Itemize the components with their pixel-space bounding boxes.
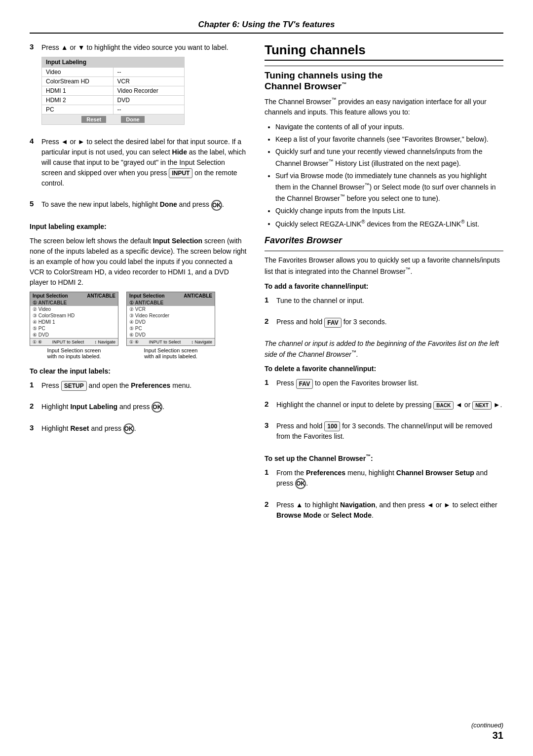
step-4-number: 4 [30, 137, 38, 192]
screen-2-row-4: ④ DVD [127, 319, 215, 325]
step-3-content: Press ▲ or ▼ to highlight the video sour… [41, 42, 247, 130]
back-kbd: BACK [433, 401, 454, 410]
two-column-layout: 3 Press ▲ or ▼ to highlight the video so… [30, 42, 503, 531]
ok-circle-3: OK [123, 423, 134, 434]
clear-step-1-number: 1 [30, 380, 38, 395]
bullet-2: Keep a list of your favorite channels (s… [275, 134, 503, 145]
channel-browser-bullets: Navigate the contents of all of your inp… [265, 121, 503, 229]
step-3-text: Press ▲ or ▼ to highlight the video sour… [41, 42, 247, 53]
delete-fav-step-2-block: 2 Highlight the channel or input to dele… [265, 400, 503, 414]
bullet-6: Quickly select REGZA-LINK® devices from … [275, 218, 503, 229]
add-fav-section: To add a favorite channel/input: 1 Tune … [265, 281, 503, 360]
step-4-content: Press ◄ or ► to select the desired label… [41, 137, 247, 192]
add-fav-title: To add a favorite channel/input: [265, 281, 503, 292]
channel-browser-setup-title: To set up the Channel Browser™: [265, 453, 503, 464]
delete-fav-step-2-text: Highlight the channel or input to delete… [276, 400, 503, 410]
add-fav-italic: The channel or input is added to the beg… [265, 339, 503, 360]
step-3-block: 3 Press ▲ or ▼ to highlight the video so… [30, 42, 247, 130]
next-kbd: NEXT [472, 401, 492, 410]
setup-step-2-block: 2 Press ▲ to highlight Navigation, and t… [265, 500, 503, 525]
input-table-row-4: HDMI 2 DVD [42, 95, 184, 105]
section-line [265, 66, 503, 66]
input-table-row-1: Video -- [42, 67, 184, 76]
step-3-number: 3 [30, 42, 38, 130]
page: Chapter 6: Using the TV's features 3 Pre… [0, 0, 533, 756]
input-table-row-2: ColorStream HD VCR [42, 76, 184, 86]
add-fav-step-2-number: 2 [265, 317, 273, 331]
delete-fav-step-3-content: Press and hold 100 for 3 seconds. The ch… [276, 421, 503, 446]
input-table-footer: Reset Done [42, 114, 184, 124]
step-5-number: 5 [30, 199, 38, 214]
screen-1-row-5: ⑤ PC [30, 325, 118, 332]
fav-kbd-add: FAV [324, 318, 341, 328]
clear-step-3-text: Highlight Reset and press OK. [41, 423, 247, 434]
screen-1-row-2: ② Video [30, 306, 118, 312]
fav-kbd-delete: FAV [296, 379, 313, 389]
input-kbd: INPUT [169, 168, 192, 178]
delete-fav-step-2-number: 2 [265, 400, 273, 414]
screen-1-title: Input Selection [33, 293, 68, 299]
setup-step-2-text: Press ▲ to highlight Navigation, and the… [276, 500, 503, 521]
small-screens-container: Input Selection ANT/CABLE ① ANT/CABLE ② … [30, 292, 247, 359]
screen-1-header: Input Selection ANT/CABLE [30, 292, 118, 300]
favorites-browser-title: Favorites Browser [265, 235, 503, 246]
screen-2-row-1: ① ANT/CABLE [127, 300, 215, 306]
ok-circle-2: OK [152, 402, 162, 413]
input-table-header: Input Labeling [42, 57, 184, 67]
input-table-cell-2-right: VCR [114, 77, 185, 86]
step-4-text: Press ◄ or ► to select the desired label… [41, 137, 247, 189]
screen-1: Input Selection ANT/CABLE ① ANT/CABLE ② … [30, 292, 118, 346]
reset-button-table: Reset [81, 116, 106, 123]
delete-fav-step-1-text: Press FAV to open the Favorites browser … [276, 378, 503, 388]
screen-1-footer: ① ⑥INPUT to Select↕ Navigate [30, 338, 118, 345]
channel-browser-setup-section: To set up the Channel Browser™: 1 From t… [265, 453, 503, 525]
screen-2-row-2: ② VCR [127, 306, 215, 312]
delete-fav-step-3-number: 3 [265, 421, 273, 446]
channel-browser-desc: The Channel Browser™ provides an easy na… [265, 96, 503, 117]
screen-2-title: Input Selection [129, 293, 165, 299]
input-table-cell-3-right: Video Recorder [114, 86, 185, 95]
clear-step-2-content: Highlight Input Labeling and press OK. [41, 402, 247, 416]
setup-step-2-number: 2 [265, 500, 273, 525]
screen-2-caption: Input Selection screenwith all inputs la… [126, 347, 215, 359]
screen-2-footer: ① ⑥INPUT to Select↕ Navigate [127, 338, 215, 345]
screen-2-row-5: ⑤ PC [127, 325, 215, 332]
input-table-cell-4-right: DVD [114, 96, 185, 105]
done-button-table: Done [121, 116, 145, 123]
clear-step-1-content: Press SETUP and open the Preferences men… [41, 380, 247, 395]
input-table-cell-1-right: -- [114, 68, 185, 76]
100-kbd: 100 [324, 421, 340, 431]
clear-step-3-content: Highlight Reset and press OK. [41, 423, 247, 438]
delete-fav-step-1-block: 1 Press FAV to open the Favorites browse… [265, 378, 503, 392]
page-number: 31 [493, 730, 503, 741]
clear-step-2-number: 2 [30, 402, 38, 416]
screen-2-row-3: ③ Video Recorder [127, 312, 215, 319]
screen-2-row-6: ⑥ DVD [127, 332, 215, 338]
add-fav-step-2-text: Press and hold FAV for 3 seconds. [276, 317, 503, 327]
screen-2-source: ANT/CABLE [184, 293, 212, 299]
screen-1-row-3: ③ ColorStream HD [30, 312, 118, 319]
add-fav-step-2-content: Press and hold FAV for 3 seconds. [276, 317, 503, 331]
clear-step-2-block: 2 Highlight Input Labeling and press OK. [30, 402, 247, 416]
add-fav-step-1-number: 1 [265, 296, 273, 310]
continued-label: (continued) [471, 721, 503, 729]
setup-step-1-text: From the Preferences menu, highlight Cha… [276, 468, 503, 489]
input-table-cell-5-right: -- [114, 105, 185, 114]
bullet-3: Quickly surf and tune your recently view… [275, 146, 503, 168]
input-labeling-desc: The screen below left shows the default … [30, 236, 247, 288]
clear-step-1-block: 1 Press SETUP and open the Preferences m… [30, 380, 247, 395]
screen-2-wrapper: Input Selection ANT/CABLE ① ANT/CABLE ② … [126, 292, 215, 359]
input-table-cell-4-left: HDMI 2 [42, 96, 114, 105]
delete-fav-step-3-text: Press and hold 100 for 3 seconds. The ch… [276, 421, 503, 442]
setup-kbd: SETUP [61, 381, 87, 391]
delete-fav-title: To delete a favorite channel/input: [265, 364, 503, 374]
input-table-cell-1-left: Video [42, 68, 114, 76]
delete-fav-step-1-content: Press FAV to open the Favorites browser … [276, 378, 503, 392]
screen-1-wrapper: Input Selection ANT/CABLE ① ANT/CABLE ② … [30, 292, 118, 359]
setup-step-1-block: 1 From the Preferences menu, highlight C… [265, 468, 503, 493]
chapter-header: Chapter 6: Using the TV's features [30, 20, 503, 34]
screen-2-header: Input Selection ANT/CABLE [127, 292, 215, 300]
delete-fav-section: To delete a favorite channel/input: 1 Pr… [265, 364, 503, 446]
clear-labels-section: To clear the input labels: 1 Press SETUP… [30, 366, 247, 439]
screen-1-row-1: ① ANT/CABLE [30, 300, 118, 306]
